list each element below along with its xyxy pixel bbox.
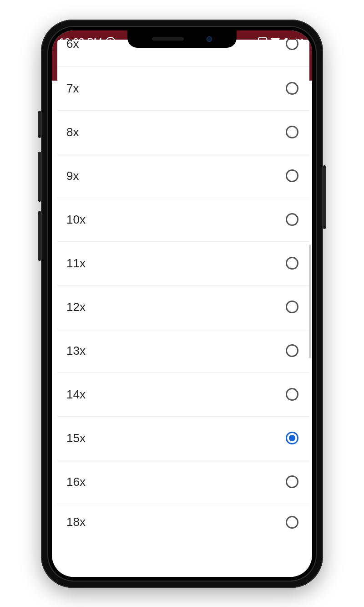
radio-icon[interactable]	[286, 475, 298, 488]
list-item-label: 14x	[66, 388, 86, 402]
list-item-label: 12x	[66, 300, 86, 314]
list-item-label: 15x	[66, 431, 86, 445]
list-item-label: 11x	[66, 256, 86, 270]
list-item[interactable]: 9x	[57, 154, 309, 198]
device-frame: 10:23 PM 31 6x 7	[41, 20, 323, 588]
screen: 10:23 PM 31 6x 7	[52, 31, 312, 577]
radio-icon[interactable]	[286, 432, 298, 444]
list-item-label: 10x	[66, 213, 86, 227]
list-item[interactable]: 13x	[57, 329, 309, 373]
radio-icon[interactable]	[286, 126, 298, 138]
side-button-silence	[38, 111, 41, 138]
side-button-volume-down	[38, 211, 41, 261]
list-item[interactable]: 11x	[57, 242, 309, 286]
list-item[interactable]: 7x	[57, 67, 309, 111]
list-item-label: 7x	[66, 82, 79, 96]
radio-icon[interactable]	[286, 40, 298, 51]
option-list[interactable]: 6x 7x 8x 9x	[57, 40, 309, 577]
radio-icon[interactable]	[286, 257, 298, 270]
front-camera	[207, 36, 212, 42]
list-item-label: 13x	[66, 344, 86, 358]
notch	[127, 31, 237, 48]
list-item[interactable]: 12x	[57, 286, 309, 329]
radio-icon[interactable]	[286, 301, 298, 313]
radio-icon[interactable]	[286, 344, 298, 357]
list-item-label: 8x	[66, 125, 79, 139]
radio-icon[interactable]	[286, 213, 298, 226]
side-button-power	[323, 165, 326, 229]
list-item-label: 6x	[66, 40, 79, 51]
content: 6x 7x 8x 9x	[52, 53, 312, 577]
list-item[interactable]: 18x	[57, 504, 309, 541]
radio-icon[interactable]	[286, 516, 298, 529]
list-item[interactable]: 15x	[57, 417, 309, 460]
radio-icon[interactable]	[286, 169, 298, 182]
earpiece	[152, 37, 184, 41]
list-item[interactable]: 10x	[57, 198, 309, 242]
list-item-label: 18x	[66, 515, 86, 529]
radio-icon[interactable]	[286, 388, 298, 401]
scrollbar-thumb[interactable]	[309, 245, 311, 358]
list-item[interactable]: 16x	[57, 460, 309, 504]
list-item[interactable]: 8x	[57, 111, 309, 154]
radio-icon[interactable]	[286, 82, 298, 95]
device-bezel: 10:23 PM 31 6x 7	[47, 26, 317, 581]
list-item[interactable]: 14x	[57, 373, 309, 417]
list-item-label: 9x	[66, 169, 79, 183]
list-item-label: 16x	[66, 475, 86, 489]
side-button-volume-up	[38, 152, 41, 202]
